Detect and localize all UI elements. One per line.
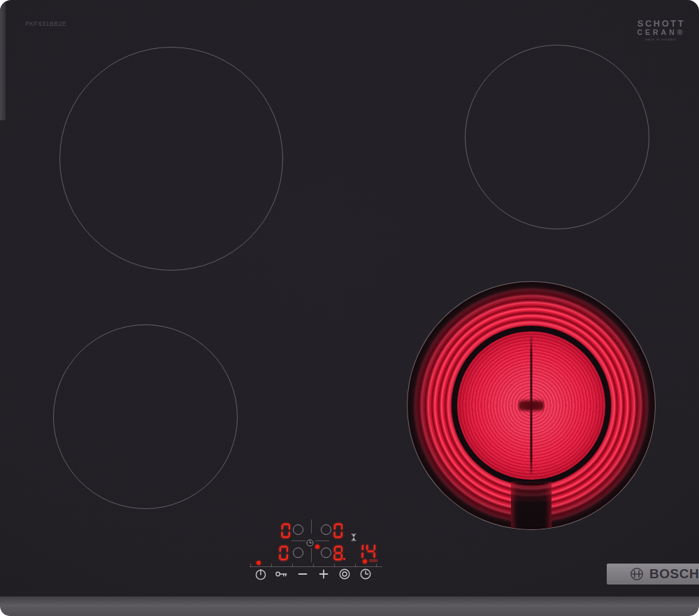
element-center [519, 397, 544, 414]
cooking-zone-back-right [465, 45, 649, 229]
timer-unit-label: min [369, 558, 377, 563]
zone-indicator-back-left [293, 524, 303, 535]
power-indicator-dot [257, 561, 261, 565]
worktop-edge [0, 0, 6, 120]
plus-button[interactable] [315, 566, 332, 583]
front-trim-strip [0, 596, 699, 616]
display-divider [311, 520, 312, 533]
cooking-zone-back-left [59, 47, 283, 271]
ceran-text: CERAN® [633, 29, 689, 36]
clock-icon [359, 567, 373, 583]
timer-indicator-dot [363, 559, 367, 564]
child-lock-button[interactable] [273, 566, 290, 583]
bosch-logo: BOSCH [607, 564, 699, 585]
zone-indicator-back-right [321, 524, 331, 535]
timer-button[interactable] [357, 566, 374, 583]
dual-circuit-button[interactable] [336, 566, 353, 583]
fineprint-text: MADE IN GERMANY [633, 38, 689, 41]
schott-text: SCHOTT [633, 19, 689, 29]
schott-ceran-logo: SCHOTT CERAN® MADE IN GERMANY [633, 19, 689, 41]
display-back-right-level [333, 523, 343, 538]
power-button[interactable] [252, 566, 269, 583]
touch-control-panel: min [248, 517, 388, 587]
display-divider [291, 540, 305, 541]
minus-icon [296, 567, 310, 583]
selected-zone-indicator-dot [315, 545, 319, 549]
timer-hourglass-icon [351, 531, 356, 544]
display-divider [311, 548, 312, 562]
clock-center-icon [306, 537, 314, 550]
bosch-emblem-icon [629, 566, 644, 582]
plus-icon [317, 567, 331, 583]
double-circle-icon [338, 567, 352, 583]
display-front-left-level [279, 545, 288, 561]
zone-indicator-front-left [293, 547, 303, 558]
display-back-left-level [281, 523, 290, 538]
display-front-right-level [333, 545, 345, 561]
ceramic-hob: PKF631BB2E SCHOTT CERAN® MADE IN GERMANY [0, 0, 699, 616]
element-terminal-notch [511, 482, 552, 530]
bosch-wordmark: BOSCH [649, 566, 699, 582]
key-icon [275, 567, 289, 583]
display-divider [315, 540, 329, 541]
cooking-zone-front-right-active [407, 281, 656, 530]
timer-display [354, 543, 375, 559]
power-icon [254, 567, 268, 583]
zone-indicator-front-right [321, 547, 331, 558]
model-number: PKF631BB2E [25, 20, 66, 27]
minus-button[interactable] [294, 566, 311, 583]
cooking-zone-front-left [53, 324, 238, 509]
